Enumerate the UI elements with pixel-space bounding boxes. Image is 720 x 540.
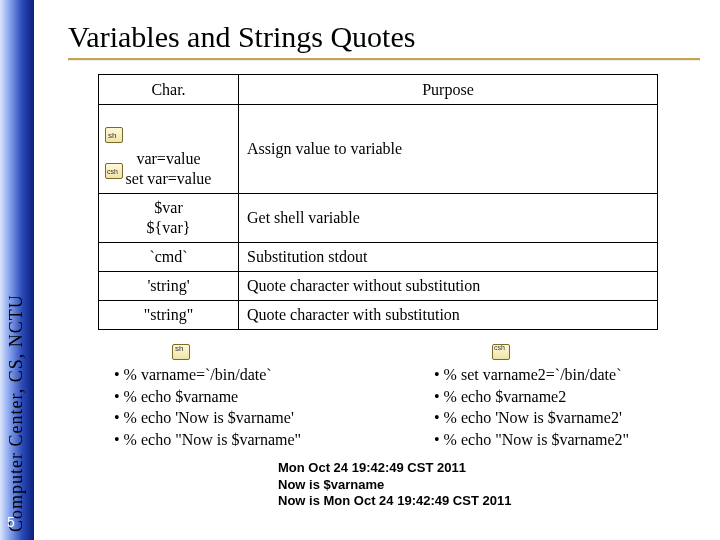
list-item: % echo $varname [114, 386, 378, 408]
csh-icon [105, 163, 123, 179]
slide-content: Variables and Strings Quotes Char. Purpo… [38, 0, 718, 540]
list-item: % varname=`/bin/date` [114, 364, 378, 386]
sh-icon [172, 344, 190, 360]
cell-purpose: Quote character with substitution [239, 301, 658, 330]
cell-char: $var ${var} [99, 194, 239, 243]
cell-purpose: Substitution stdout [239, 243, 658, 272]
examples-left: % varname=`/bin/date` % echo $varname % … [98, 344, 378, 450]
list-item: % echo 'Now is $varname2' [434, 407, 698, 429]
cell-purpose: Get shell variable [239, 194, 658, 243]
cell-char: "string" [99, 301, 239, 330]
table-row: var=value set var=value Assign value to … [99, 105, 658, 194]
shell-icons [103, 109, 125, 181]
quotes-table: Char. Purpose var=value set var=value As… [98, 74, 658, 330]
slide-title: Variables and Strings Quotes [68, 20, 700, 54]
cell-char: `cmd` [99, 243, 239, 272]
cell-char: var=value set var=value [126, 150, 212, 187]
page-number: 5 [7, 514, 15, 530]
examples-right: % set varname2=`/bin/date` % echo $varna… [418, 344, 698, 450]
col-header-char: Char. [99, 75, 239, 105]
table-row: $var ${var} Get shell variable [99, 194, 658, 243]
sidebar-label: Computer Center, CS, NCTU [0, 0, 34, 540]
output-block: Mon Oct 24 19:42:49 CST 2011 Now is $var… [278, 460, 700, 509]
list-item: % echo "Now is $varname2" [434, 429, 698, 451]
list-item: % echo 'Now is $varname' [114, 407, 378, 429]
cell-purpose: Quote character without substitution [239, 272, 658, 301]
sh-icon [105, 127, 123, 143]
list-item: % echo $varname2 [434, 386, 698, 408]
table-row: "string" Quote character with substituti… [99, 301, 658, 330]
list-item: % echo "Now is $varname" [114, 429, 378, 451]
cell-purpose: Assign value to variable [239, 105, 658, 194]
list-item: % set varname2=`/bin/date` [434, 364, 698, 386]
col-header-purpose: Purpose [239, 75, 658, 105]
table-row: 'string' Quote character without substit… [99, 272, 658, 301]
examples: % varname=`/bin/date` % echo $varname % … [98, 344, 700, 450]
table-row: `cmd` Substitution stdout [99, 243, 658, 272]
csh-icon [492, 344, 510, 360]
divider [68, 58, 700, 60]
cell-char: 'string' [99, 272, 239, 301]
